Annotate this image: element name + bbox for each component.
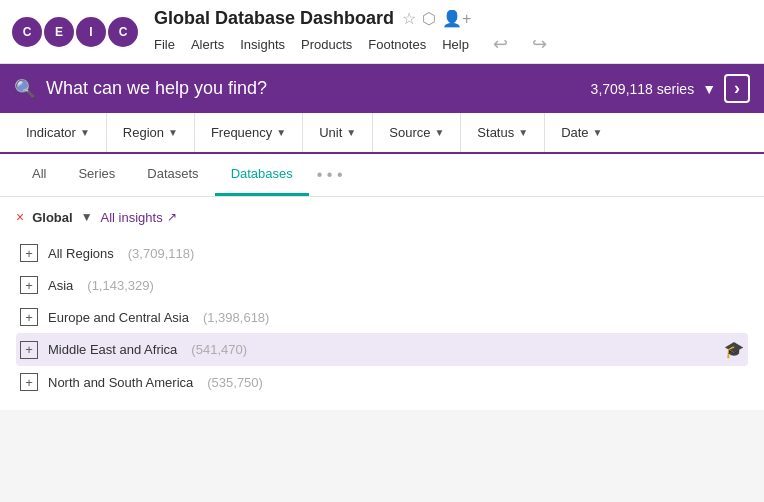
filter-unit[interactable]: Unit ▼ — [303, 113, 373, 152]
expand-mideast-icon[interactable]: + — [20, 341, 38, 359]
title-row: Global Database Dashboard ☆ ⬡ 👤+ — [154, 8, 547, 29]
region-name: Middle East and Africa — [48, 342, 177, 357]
region-name: Asia — [48, 278, 73, 293]
content-area: × Global ▼ All insights ↗ + All Regions … — [0, 197, 764, 410]
all-insights-link[interactable]: All insights ↗ — [101, 210, 177, 225]
search-bar: 🔍 What can we help you find? 3,709,118 s… — [0, 64, 764, 113]
region-count: (1,143,329) — [87, 278, 154, 293]
region-list: + All Regions (3,709,118) + Asia (1,143,… — [16, 237, 748, 398]
expand-europe-icon[interactable]: + — [20, 308, 38, 326]
region-name: All Regions — [48, 246, 114, 261]
nav-products[interactable]: Products — [301, 37, 352, 52]
unit-chevron: ▼ — [346, 127, 356, 138]
filter-bar: Indicator ▼ Region ▼ Frequency ▼ Unit ▼ … — [0, 113, 764, 154]
tab-all[interactable]: All — [16, 154, 62, 196]
region-name: Europe and Central Asia — [48, 310, 189, 325]
graduation-cap-icon: 🎓 — [724, 340, 744, 359]
filter-indicator[interactable]: Indicator ▼ — [10, 113, 107, 152]
filter-region[interactable]: Region ▼ — [107, 113, 195, 152]
series-dropdown-icon[interactable]: ▼ — [702, 81, 716, 97]
breadcrumb-row: × Global ▼ All insights ↗ — [16, 209, 748, 225]
region-name: North and South America — [48, 375, 193, 390]
list-item[interactable]: + Middle East and Africa (541,470) 🎓 — [16, 333, 748, 366]
list-item[interactable]: + All Regions (3,709,118) — [16, 237, 748, 269]
star-icon[interactable]: ☆ — [402, 9, 416, 28]
search-icon: 🔍 — [14, 78, 36, 100]
tab-more[interactable]: • • • — [309, 154, 351, 196]
logo: C E I C — [12, 17, 140, 47]
frequency-chevron: ▼ — [276, 127, 286, 138]
nav-footnotes[interactable]: Footnotes — [368, 37, 426, 52]
status-chevron: ▼ — [518, 127, 528, 138]
region-count: (3,709,118) — [128, 246, 195, 261]
region-count: (1,398,618) — [203, 310, 270, 325]
filter-frequency[interactable]: Frequency ▼ — [195, 113, 303, 152]
filter-source[interactable]: Source ▼ — [373, 113, 461, 152]
expand-all-regions-icon[interactable]: + — [20, 244, 38, 262]
tab-databases[interactable]: Databases — [215, 154, 309, 196]
nav-bar: File Alerts Insights Products Footnotes … — [154, 33, 547, 55]
expand-americas-icon[interactable]: + — [20, 373, 38, 391]
list-item[interactable]: + North and South America (535,750) — [16, 366, 748, 398]
tab-series[interactable]: Series — [62, 154, 131, 196]
nav-help[interactable]: Help — [442, 37, 469, 52]
date-chevron: ▼ — [593, 127, 603, 138]
indicator-chevron: ▼ — [80, 127, 90, 138]
logo-c2: C — [108, 17, 138, 47]
source-chevron: ▼ — [434, 127, 444, 138]
expand-asia-icon[interactable]: + — [20, 276, 38, 294]
nav-insights[interactable]: Insights — [240, 37, 285, 52]
filter-date[interactable]: Date ▼ — [545, 113, 618, 152]
search-input[interactable]: What can we help you find? — [46, 78, 267, 99]
scope-dropdown-icon[interactable]: ▼ — [81, 210, 93, 224]
list-item[interactable]: + Asia (1,143,329) — [16, 269, 748, 301]
logo-i: I — [76, 17, 106, 47]
logo-e: E — [44, 17, 74, 47]
region-chevron: ▼ — [168, 127, 178, 138]
external-link-icon: ↗ — [167, 210, 177, 224]
breadcrumb-scope: Global — [32, 210, 72, 225]
search-right: 3,709,118 series ▼ › — [591, 74, 750, 103]
app-title: Global Database Dashboard — [154, 8, 394, 29]
tab-datasets[interactable]: Datasets — [131, 154, 214, 196]
redo-icon[interactable]: ↪ — [532, 33, 547, 55]
bookmark-icon[interactable]: ⬡ — [422, 9, 436, 28]
series-count: 3,709,118 series — [591, 81, 695, 97]
header-content: Global Database Dashboard ☆ ⬡ 👤+ File Al… — [154, 8, 547, 55]
nav-file[interactable]: File — [154, 37, 175, 52]
region-count: (541,470) — [191, 342, 247, 357]
tabs-bar: All Series Datasets Databases • • • — [0, 154, 764, 197]
header: C E I C Global Database Dashboard ☆ ⬡ 👤+… — [0, 0, 764, 64]
close-global-button[interactable]: × — [16, 209, 24, 225]
search-forward-button[interactable]: › — [724, 74, 750, 103]
nav-alerts[interactable]: Alerts — [191, 37, 224, 52]
filter-status[interactable]: Status ▼ — [461, 113, 545, 152]
title-icons: ☆ ⬡ 👤+ — [402, 9, 471, 28]
add-user-icon[interactable]: 👤+ — [442, 9, 471, 28]
logo-c: C — [12, 17, 42, 47]
undo-icon[interactable]: ↩ — [493, 33, 508, 55]
region-count: (535,750) — [207, 375, 263, 390]
search-left: 🔍 What can we help you find? — [14, 78, 267, 100]
list-item[interactable]: + Europe and Central Asia (1,398,618) — [16, 301, 748, 333]
